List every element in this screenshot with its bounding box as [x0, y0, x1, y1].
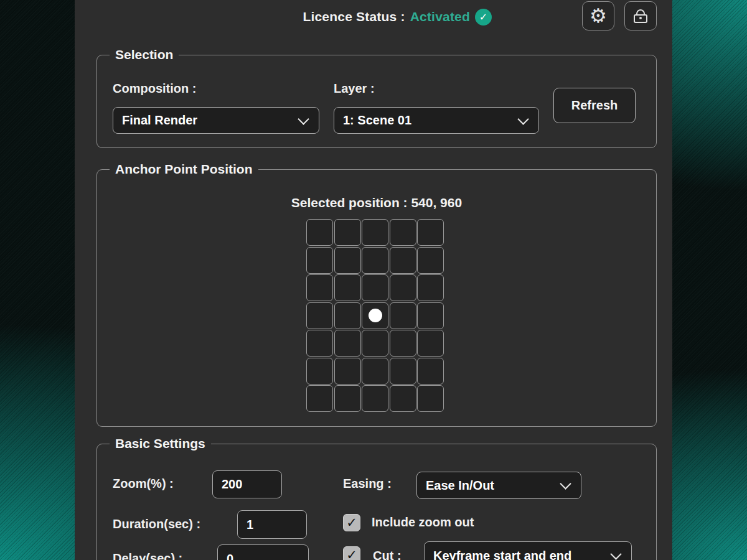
grid-cell[interactable]	[334, 274, 361, 301]
basic-settings-group-title: Basic Settings	[110, 436, 211, 451]
grid-cell[interactable]	[306, 274, 333, 301]
grid-cell[interactable]	[417, 247, 444, 274]
grid-cell[interactable]	[362, 358, 388, 385]
grid-cell[interactable]	[362, 385, 388, 412]
grid-cell[interactable]	[306, 385, 333, 412]
selected-position-text: Selected position : 540, 960	[97, 195, 656, 210]
grid-cell[interactable]	[417, 385, 444, 412]
anchor-point-group: Anchor Point Position Selected position …	[96, 169, 657, 427]
grid-cell[interactable]	[417, 330, 444, 357]
plugin-panel: Licence Status : Activated ✓ ⚙ Selection…	[75, 0, 672, 560]
grid-cell[interactable]	[362, 302, 388, 329]
grid-cell[interactable]	[362, 274, 388, 301]
zoom-label: Zoom(%) :	[113, 477, 174, 491]
selected-anchor-dot	[369, 309, 382, 322]
layer-dropdown-value: 1: Scene 01	[343, 113, 411, 128]
grid-cell[interactable]	[390, 274, 416, 301]
grid-cell[interactable]	[390, 219, 416, 246]
refresh-button-label: Refresh	[571, 98, 618, 113]
licence-status: Licence Status : Activated ✓	[303, 8, 492, 26]
anchor-grid	[306, 219, 444, 412]
settings-button[interactable]: ⚙	[582, 1, 614, 30]
grid-cell[interactable]	[390, 385, 416, 412]
grid-cell[interactable]	[362, 247, 388, 274]
cut-checkbox[interactable]: ✓	[343, 546, 360, 560]
grid-cell[interactable]	[417, 358, 444, 385]
selected-position-value: 540, 960	[411, 195, 462, 210]
grid-cell[interactable]	[306, 219, 333, 246]
grid-cell[interactable]	[334, 219, 361, 246]
selection-group-title: Selection	[110, 47, 179, 62]
grid-cell[interactable]	[334, 358, 361, 385]
selection-group: Selection Composition : Final Render Lay…	[96, 55, 657, 148]
checkmark-icon: ✓	[346, 515, 357, 530]
composition-label: Composition :	[113, 82, 196, 96]
cut-mode-dropdown-value: Keyframe start and end	[433, 549, 571, 560]
duration-input[interactable]	[237, 510, 307, 539]
cut-label: Cut :	[373, 549, 402, 560]
anchor-point-group-title: Anchor Point Position	[110, 162, 258, 177]
licence-status-label: Licence Status :	[303, 9, 405, 24]
delay-input[interactable]	[217, 544, 309, 560]
grid-cell[interactable]	[334, 385, 361, 412]
include-zoom-out-checkbox[interactable]: ✓	[343, 514, 360, 531]
easing-label: Easing :	[343, 477, 392, 491]
cut-mode-dropdown[interactable]: Keyframe start and end	[424, 541, 632, 560]
grid-cell[interactable]	[417, 302, 444, 329]
grid-cell[interactable]	[417, 274, 444, 301]
gear-icon: ⚙	[590, 6, 607, 26]
header-bar: Licence Status : Activated ✓ ⚙	[75, 0, 672, 35]
include-zoom-out-label: Include zoom out	[372, 515, 474, 530]
grid-cell[interactable]	[306, 302, 333, 329]
delay-label: Delay(sec) :	[113, 551, 182, 560]
composition-dropdown[interactable]: Final Render	[113, 107, 319, 134]
grid-cell[interactable]	[390, 247, 416, 274]
grid-cell[interactable]	[390, 330, 416, 357]
licence-status-value: Activated	[410, 9, 470, 24]
duration-label: Duration(sec) :	[113, 517, 200, 531]
grid-cell[interactable]	[390, 358, 416, 385]
grid-cell[interactable]	[306, 247, 333, 274]
grid-cell[interactable]	[362, 330, 388, 357]
composition-dropdown-value: Final Render	[122, 113, 197, 128]
zoom-input[interactable]	[212, 470, 282, 498]
licence-button[interactable]	[624, 1, 657, 30]
grid-cell[interactable]	[334, 247, 361, 274]
easing-dropdown[interactable]: Ease In/Out	[416, 472, 581, 499]
grid-cell[interactable]	[362, 219, 388, 246]
easing-dropdown-value: Ease In/Out	[426, 478, 494, 493]
basic-settings-group: Basic Settings Zoom(%) : Easing : Ease I…	[96, 444, 657, 560]
app-background: Licence Status : Activated ✓ ⚙ Selection…	[0, 0, 747, 560]
lock-icon	[634, 9, 647, 23]
grid-cell[interactable]	[417, 219, 444, 246]
grid-cell[interactable]	[306, 330, 333, 357]
checkmark-icon: ✓	[346, 548, 357, 560]
grid-cell[interactable]	[306, 358, 333, 385]
grid-cell[interactable]	[334, 330, 361, 357]
grid-cell[interactable]	[334, 302, 361, 329]
activated-check-icon: ✓	[475, 9, 492, 26]
layer-label: Layer :	[334, 82, 375, 96]
grid-cell[interactable]	[390, 302, 416, 329]
refresh-button[interactable]: Refresh	[553, 88, 636, 123]
layer-dropdown[interactable]: 1: Scene 01	[334, 107, 539, 134]
